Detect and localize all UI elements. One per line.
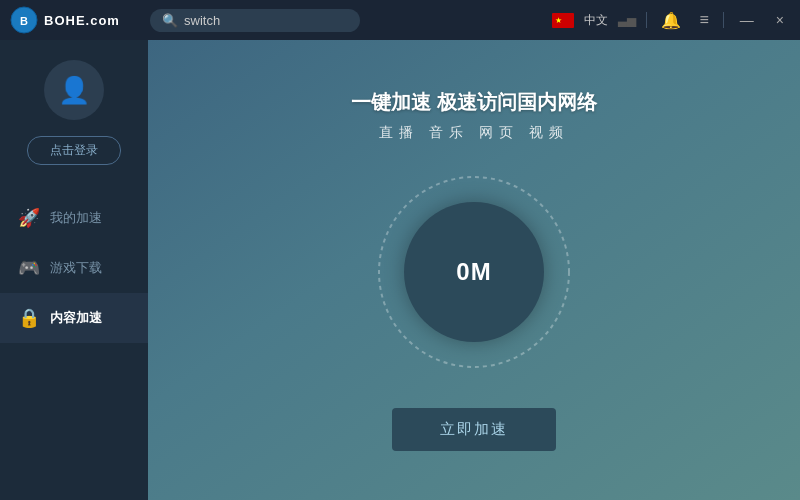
logo-area: B BOHE.com: [10, 6, 150, 34]
search-icon: 🔍: [162, 13, 178, 28]
menu-icon[interactable]: ≡: [695, 9, 712, 31]
sidebar-item-content-acceleration[interactable]: 🔒 内容加速: [0, 293, 148, 343]
speed-inner: 0M: [404, 202, 544, 342]
divider2: [723, 12, 724, 28]
accelerate-button[interactable]: 立即加速: [392, 408, 556, 451]
sidebar-item-my-acceleration[interactable]: 🚀 我的加速: [0, 193, 148, 243]
svg-text:B: B: [20, 15, 28, 27]
titlebar: B BOHE.com 🔍 中文 ▃▅ 🔔 ≡ — ×: [0, 0, 800, 40]
sidebar-item-label-my-acceleration: 我的加速: [50, 209, 102, 227]
content-area: 一键加速 极速访问国内网络 直播 音乐 网页 视频 0M 立即加速: [148, 40, 800, 500]
logo-icon: B: [10, 6, 38, 34]
sidebar-item-label-content-acceleration: 内容加速: [50, 309, 102, 327]
speed-value: 0M: [456, 258, 491, 286]
china-flag-icon: [552, 13, 574, 28]
headline: 一键加速 极速访问国内网络: [351, 89, 597, 116]
search-box[interactable]: 🔍: [150, 9, 360, 32]
logo-text: BOHE.com: [44, 13, 120, 28]
sidebar: 👤 点击登录 🚀 我的加速 🎮 游戏下载 🔒 内容加速: [0, 40, 148, 500]
language-label[interactable]: 中文: [584, 12, 608, 29]
sub-tags: 直播 音乐 网页 视频: [379, 124, 569, 142]
avatar-icon: 👤: [58, 75, 90, 106]
search-input[interactable]: [184, 13, 352, 28]
avatar: 👤: [44, 60, 104, 120]
acceleration-icon: 🚀: [18, 207, 40, 229]
speed-circle-wrapper: 0M: [374, 172, 574, 372]
login-button[interactable]: 点击登录: [27, 136, 121, 165]
sidebar-item-game-download[interactable]: 🎮 游戏下载: [0, 243, 148, 293]
close-button[interactable]: ×: [770, 10, 790, 30]
bell-icon[interactable]: 🔔: [657, 9, 685, 32]
main-layout: 👤 点击登录 🚀 我的加速 🎮 游戏下载 🔒 内容加速 一键加速 极速访问国内网…: [0, 40, 800, 500]
nav-items: 🚀 我的加速 🎮 游戏下载 🔒 内容加速: [0, 193, 148, 343]
game-icon: 🎮: [18, 257, 40, 279]
sidebar-item-label-game-download: 游戏下载: [50, 259, 102, 277]
content-icon: 🔒: [18, 307, 40, 329]
minimize-button[interactable]: —: [734, 10, 760, 30]
signal-icon: ▃▅: [618, 13, 636, 27]
titlebar-right: 中文 ▃▅ 🔔 ≡ — ×: [552, 9, 790, 32]
divider: [646, 12, 647, 28]
